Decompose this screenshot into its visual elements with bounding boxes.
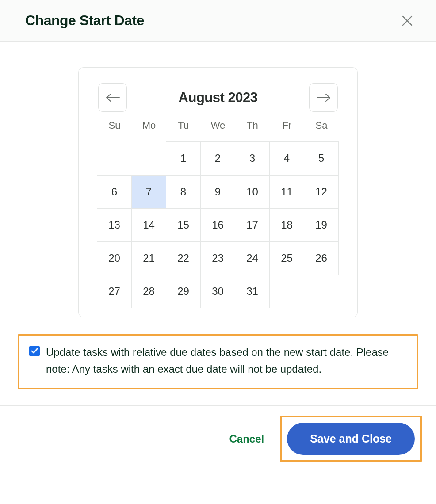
calendar-day[interactable]: 10 [235, 175, 270, 209]
calendar-weekday: Su [97, 120, 132, 131]
calendar-day[interactable]: 27 [97, 275, 132, 308]
calendar-day[interactable]: 22 [166, 241, 201, 275]
calendar-day[interactable]: 30 [200, 275, 235, 308]
calendar-day[interactable]: 19 [304, 208, 339, 242]
calendar-day[interactable]: 6 [97, 175, 132, 209]
dialog-header: Change Start Date [0, 0, 436, 42]
calendar-weekday: Sa [304, 120, 339, 131]
calendar-day[interactable]: 3 [235, 141, 270, 175]
arrow-right-icon [316, 93, 331, 102]
calendar-day[interactable]: 20 [97, 241, 132, 275]
calendar-day[interactable]: 8 [166, 175, 201, 209]
update-tasks-label: Update tasks with relative due dates bas… [46, 344, 407, 377]
calendar-day[interactable]: 9 [200, 175, 235, 209]
calendar-day[interactable]: 1 [166, 141, 201, 175]
update-tasks-option: Update tasks with relative due dates bas… [18, 334, 418, 389]
calendar-nav: August 2023 [98, 83, 338, 112]
calendar-empty-cell [132, 142, 166, 176]
calendar-card: August 2023 SuMoTuWeThFrSa 1234567891011… [78, 67, 358, 317]
calendar-day[interactable]: 7 [131, 175, 166, 209]
calendar-day[interactable]: 26 [304, 241, 339, 275]
calendar-weekday: Fr [270, 120, 304, 131]
calendar-day[interactable]: 18 [269, 208, 304, 242]
calendar-day[interactable]: 28 [131, 275, 166, 308]
primary-button-highlight: Save and Close [280, 416, 422, 462]
calendar-empty-cell [97, 142, 132, 176]
calendar-day[interactable]: 2 [200, 141, 235, 175]
calendar-day[interactable]: 11 [269, 175, 304, 209]
calendar-weekday: We [201, 120, 235, 131]
close-icon[interactable] [402, 15, 413, 27]
calendar-weekday: Th [235, 120, 270, 131]
calendar-day[interactable]: 29 [166, 275, 201, 308]
calendar-day[interactable]: 31 [235, 275, 270, 308]
calendar-day[interactable]: 23 [200, 241, 235, 275]
calendar-day[interactable]: 25 [269, 241, 304, 275]
dialog-body: August 2023 SuMoTuWeThFrSa 1234567891011… [0, 42, 436, 389]
calendar-day[interactable]: 16 [200, 208, 235, 242]
check-icon [31, 348, 38, 354]
dialog-footer: Cancel Save and Close [0, 405, 436, 470]
dialog-title: Change Start Date [25, 12, 144, 29]
calendar-day[interactable]: 4 [269, 141, 304, 175]
calendar-day[interactable]: 21 [131, 241, 166, 275]
cancel-button[interactable]: Cancel [229, 433, 264, 445]
calendar-day[interactable]: 12 [304, 175, 339, 209]
next-month-button[interactable] [309, 83, 338, 112]
arrow-left-icon [105, 93, 120, 102]
calendar-grid: 1234567891011121314151617181920212223242… [97, 142, 339, 308]
calendar-day[interactable]: 15 [166, 208, 201, 242]
calendar-weekday: Tu [166, 120, 201, 131]
calendar-day[interactable]: 14 [131, 208, 166, 242]
update-tasks-checkbox[interactable] [29, 346, 40, 356]
calendar-weekday-row: SuMoTuWeThFrSa [98, 120, 338, 131]
prev-month-button[interactable] [98, 83, 127, 112]
calendar-day[interactable]: 24 [235, 241, 270, 275]
calendar-weekday: Mo [132, 120, 166, 131]
calendar-day[interactable]: 17 [235, 208, 270, 242]
calendar-day[interactable]: 5 [304, 141, 339, 175]
calendar-day[interactable]: 13 [97, 208, 132, 242]
save-and-close-button[interactable]: Save and Close [287, 423, 415, 455]
calendar-month-label: August 2023 [179, 90, 258, 106]
